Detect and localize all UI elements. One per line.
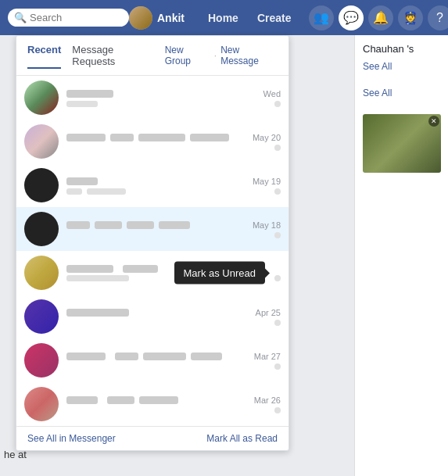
panel-tabs: Recent Message Requests [27,42,165,69]
name-block [66,309,129,317]
list-item[interactable]: May 19 [16,163,289,207]
nav-create[interactable]: Create [257,12,292,24]
avatar [129,6,152,30]
tab-recent[interactable]: Recent [27,42,61,69]
text-block [66,101,98,107]
read-dot [274,320,281,326]
message-time: May 19 [253,177,281,186]
name-row [66,265,281,273]
avatar [24,256,59,290]
avatar [24,168,59,202]
avatar [24,212,59,246]
name-row: May 20 [66,133,281,142]
name-block [66,265,113,273]
mark-all-read-link[interactable]: Mark All as Read [206,433,278,444]
text-row [66,407,281,413]
search-icon: 🔍 [14,12,27,23]
text-row [66,188,281,195]
name-row: May 18 [66,220,281,230]
name-block [107,396,134,404]
friends-icon: 👥 [314,10,329,25]
avatar [24,81,59,115]
name-block [190,134,229,141]
friends-icon-btn[interactable]: 👥 [309,5,334,30]
message-content: Wed [66,89,281,107]
read-dot [274,101,281,107]
avatar [24,299,59,334]
read-dot [274,275,281,281]
message-time: May 20 [253,133,281,142]
messenger-icon: 💬 [343,10,359,25]
tab-requests[interactable]: Message Requests [72,42,153,69]
name-block [191,353,222,360]
name-block [123,265,158,273]
text-block [66,275,129,281]
action-separator: · [214,50,217,61]
name-block [143,353,186,360]
groups-icon: 👮 [403,10,418,25]
notifications-icon-btn[interactable]: 🔔 [368,5,393,30]
message-time: Mar 26 [254,395,281,405]
name-row: May 19 [66,177,281,186]
avatar [24,387,59,421]
right-image: ✕ [363,114,441,173]
name-block [66,396,98,404]
read-dot [274,363,281,370]
avatar [24,343,59,378]
list-item[interactable]: Wed [16,76,289,120]
name-row: Mar 26 [66,395,281,405]
see-all-messenger-link[interactable]: See All in Messenger [27,433,116,444]
message-content: Mar 26 [66,395,281,413]
message-time: Apr 25 [256,308,281,317]
name-block [110,134,134,141]
text-block [66,188,82,195]
read-dot [274,145,281,151]
name-block [66,90,113,98]
text-row [66,145,281,151]
name-suffix-label: Chauhan 's [363,43,414,55]
name-block [139,396,178,404]
new-group-link[interactable]: New Group [165,45,210,66]
nav-home[interactable]: Home [208,12,238,24]
message-time: Mar 27 [254,352,281,361]
name-block [66,221,90,229]
name-block [66,353,106,360]
name-block [115,353,138,360]
name-block [138,134,185,141]
panel-header: Recent Message Requests New Group · New … [16,36,289,76]
avatar [24,124,59,159]
see-all-link-top[interactable]: See All [363,61,440,72]
list-item[interactable]: May 18 [16,207,289,251]
list-item[interactable]: Mar 27 [16,338,289,382]
text-row [66,232,281,238]
text-row [66,363,281,370]
close-icon[interactable]: ✕ [428,116,439,127]
right-panel-name: Chauhan 's [363,43,440,55]
messenger-panel: Recent Message Requests New Group · New … [16,35,289,451]
name-row: Mar 27 [66,352,281,361]
text-block [87,188,126,195]
avatar-image [129,6,152,30]
text-row [66,320,281,326]
name-block [66,134,106,141]
read-dot [274,232,281,238]
name-row: Wed [66,89,281,98]
user-name: Ankit [157,12,185,24]
message-content: May 19 [66,177,281,195]
search-wrap: 🔍 [8,9,129,27]
groups-icon-btn[interactable]: 👮 [398,5,423,30]
list-item[interactable]: Apr 25 [16,295,289,338]
bell-icon: 🔔 [373,10,389,25]
message-content [66,265,281,281]
message-content: Apr 25 [66,308,281,326]
new-message-link[interactable]: New Message [220,45,278,66]
messenger-icon-btn[interactable]: 💬 [339,5,364,30]
see-all-link-bottom[interactable]: See All [363,88,440,98]
list-item[interactable]: Mar 26 [16,382,289,426]
help-icon-btn[interactable]: ? [428,5,449,30]
message-time: Wed [263,89,281,98]
help-icon: ? [436,11,443,25]
text-row [66,275,281,281]
list-item[interactable]: Mark as Unread [16,251,289,295]
list-item[interactable]: May 20 [16,120,289,163]
